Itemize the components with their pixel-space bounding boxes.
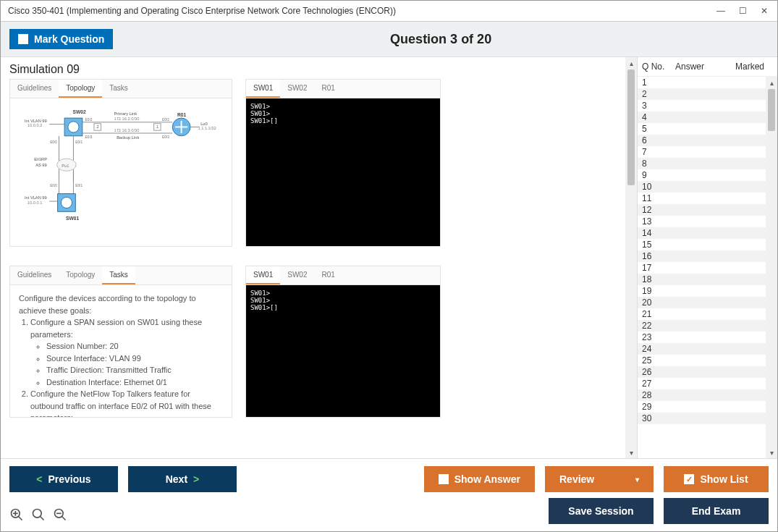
question-row[interactable]: 12 [638,204,766,216]
zoom-in-icon[interactable] [9,507,24,522]
mark-question-button[interactable]: Mark Question [9,29,113,49]
question-row[interactable]: 3 [638,100,766,111]
mark-question-label: Mark Question [34,33,104,45]
terminal1-tabs: SW01 SW02 R01 [246,80,440,98]
svg-text:.1: .1 [156,124,159,129]
chevron-down-icon: ▾ [635,476,639,484]
svg-text:E0/1: E0/1 [75,184,83,187]
tab-topology[interactable]: Topology [59,80,102,98]
term1-tab-sw02[interactable]: SW02 [280,80,314,98]
question-row[interactable]: 6 [638,135,766,146]
question-row[interactable]: 29 [638,401,766,413]
term-line: SW01> [250,103,436,110]
term-line: SW01> [250,110,436,117]
question-row[interactable]: 21 [638,308,766,320]
scroll-down-icon[interactable]: ▾ [625,447,637,458]
term2-tab-r01[interactable]: R01 [314,266,342,284]
scroll-thumb[interactable] [768,89,775,131]
show-list-button[interactable]: ✓ Show List [664,466,769,492]
show-list-label: Show List [700,473,748,485]
review-dropdown[interactable]: Review ▾ [545,466,654,492]
question-row[interactable]: 23 [638,332,766,343]
svg-point-1 [68,122,79,132]
term-line: SW01> [250,297,436,304]
question-row[interactable]: 9 [638,169,766,181]
question-header: Question 3 of 20 [113,32,769,47]
question-row[interactable]: 5 [638,123,766,135]
question-list: 1234567891011121314151617181920212223242… [638,77,777,458]
minimize-icon[interactable]: — [715,5,727,17]
scroll-up-icon[interactable]: ▴ [766,77,777,88]
task-2: Configure the NetFlow Top Talkers featur… [30,388,223,417]
close-icon[interactable]: ✕ [758,5,770,17]
question-row[interactable]: 8 [638,158,766,169]
question-row[interactable]: 26 [638,366,766,378]
term1-tab-sw01[interactable]: SW01 [246,80,280,98]
terminal-card-1: SW01 SW02 R01 SW01> SW01> SW01>[] [245,79,441,247]
term2-tab-sw01[interactable]: SW01 [246,266,280,284]
question-row[interactable]: 28 [638,389,766,401]
svg-text:E0/1: E0/1 [75,140,83,144]
tasks-card: Guidelines Topology Tasks Configure the … [9,266,232,418]
zoom-out-icon[interactable] [53,507,67,522]
question-row[interactable]: 11 [638,193,766,204]
scroll-down-icon[interactable]: ▾ [766,447,777,458]
previous-button[interactable]: < Previous [9,466,118,492]
question-row[interactable]: 18 [638,274,766,285]
tab-guidelines-2[interactable]: Guidelines [10,266,59,284]
question-row[interactable]: 13 [638,216,766,227]
question-row[interactable]: 20 [638,297,766,308]
tab-tasks[interactable]: Tasks [102,80,135,98]
task-1b: Source Interface: VLAN 99 [46,352,223,365]
question-row[interactable]: 10 [638,181,766,193]
tab-guidelines[interactable]: Guidelines [10,80,59,98]
question-row[interactable]: 4 [638,111,766,123]
terminal-1[interactable]: SW01> SW01> SW01>[] [246,98,440,246]
term2-tab-sw02[interactable]: SW02 [280,266,314,284]
tab-tasks-2[interactable]: Tasks [102,266,135,284]
tab-topology-2[interactable]: Topology [59,266,102,284]
col-answer: Answer [675,62,735,72]
task-1c: Traffic Direction: Transmitted Traffic [46,364,223,376]
svg-point-33 [33,510,42,518]
question-row[interactable]: 17 [638,262,766,274]
question-row[interactable]: 27 [638,378,766,389]
question-row[interactable]: 30 [638,413,766,424]
question-row[interactable]: 1 [638,77,766,88]
maximize-icon[interactable]: ☐ [737,5,748,17]
question-row[interactable]: 25 [638,355,766,366]
question-row[interactable]: 15 [638,239,766,250]
tasks-intro: Configure the devices according to the t… [19,292,223,316]
end-exam-button[interactable]: End Exam [664,498,769,524]
list-scrollbar[interactable]: ▴ ▾ [766,77,777,458]
vlan99b-label: Int VLAN 99 [25,195,47,200]
show-answer-label: Show Answer [454,473,520,485]
svg-text:.2: .2 [96,124,99,129]
question-row[interactable]: 2 [638,88,766,100]
save-session-button[interactable]: Save Session [549,498,654,524]
lo0-label: Lo0 [200,122,208,126]
term1-tab-r01[interactable]: R01 [314,80,342,98]
main-scrollbar[interactable]: ▴ ▾ [625,57,637,458]
svg-text:E0/2: E0/2 [162,118,169,122]
question-row[interactable]: 22 [638,320,766,332]
terminal-2[interactable]: SW01> SW01> SW01>[] [246,285,440,417]
terminal-card-2: SW01 SW02 R01 SW01> SW01> SW01>[] [245,266,441,418]
question-row[interactable]: 14 [638,227,766,239]
scroll-thumb[interactable] [627,69,635,185]
zoom-reset-icon[interactable] [31,507,46,522]
primary-ip: 172.16.2.0/30 [114,117,140,121]
question-row[interactable]: 19 [638,285,766,297]
question-row[interactable]: 24 [638,343,766,355]
footer: < Previous Next > Show Answer Review ▾ ✓… [1,458,777,531]
vlan99a-label: Int VLAN 99 [25,119,47,123]
show-answer-button[interactable]: Show Answer [424,466,535,492]
question-row[interactable]: 7 [638,146,766,158]
scroll-up-icon[interactable]: ▴ [625,57,637,69]
task-1a: Session Number: 20 [46,340,223,352]
window-title: Cisco 350-401 (Implementing and Operatin… [8,6,396,16]
next-button[interactable]: Next > [128,466,237,492]
question-list-header: Q No. Answer Marked [638,57,777,77]
question-row[interactable]: 16 [638,250,766,262]
r01-label: R01 [177,112,186,117]
